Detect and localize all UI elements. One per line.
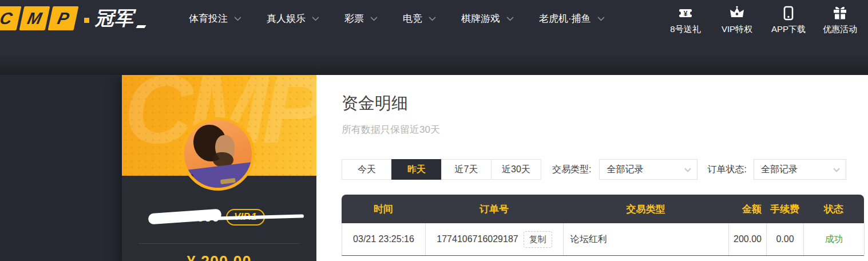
logo-tile: C [0, 6, 21, 30]
chevron-down-icon [429, 14, 436, 21]
quick-link-promotions[interactable]: 优惠活动 [819, 3, 861, 35]
chevron-down-icon [685, 165, 691, 172]
quick-link-app-download[interactable]: APP下载 [767, 3, 810, 35]
header-status: 状态 [803, 203, 864, 216]
menu-label: 棋牌游戏 [461, 12, 500, 25]
account-balance: ¥ 200.00 [122, 253, 316, 261]
transaction-type-label: 交易类型: [552, 164, 591, 176]
header-transaction-type: 交易类型 [563, 203, 728, 216]
avatar-art [220, 178, 236, 184]
quick-link-label: APP下载 [771, 24, 806, 35]
menu-label: 电竞 [403, 12, 422, 25]
quick-link-label: VIP特权 [722, 24, 752, 35]
copy-button[interactable]: 复制 [524, 231, 552, 248]
header-time: 时间 [342, 203, 425, 216]
cell-status: 成功 [804, 223, 865, 255]
menu-item-slots-fishing[interactable]: 老虎机·捕鱼 [539, 12, 604, 25]
chevron-down-icon [234, 14, 241, 21]
quick-link-label: 优惠活动 [823, 24, 857, 35]
crown-icon [729, 5, 745, 21]
page-title: 资金明细 [342, 92, 408, 115]
logo-dash-icon [136, 25, 146, 28]
svg-text:¥: ¥ [684, 10, 688, 18]
funds-table: 时间 订单号 交易类型 金额 手续费 状态 03/21 23:25:16 177… [342, 195, 864, 256]
quick-link-label: 8号送礼 [670, 24, 700, 35]
ticket-yen-icon: ¥ [677, 5, 693, 21]
cell-amount: 200.00 [729, 223, 767, 255]
divider [138, 243, 300, 244]
cell-transaction-type: 论坛红利 [564, 223, 729, 255]
filter-controls: 今天 昨天 近7天 近30天 交易类型: 全部记录 订单状态: 全部记录 [342, 159, 846, 180]
menu-item-board-games[interactable]: 棋牌游戏 [461, 12, 513, 25]
table-row: 03/21 23:25:16 1774106716029187 复制 论坛红利 … [342, 223, 864, 256]
header-order-no: 订单号 [425, 203, 563, 216]
gift-icon [832, 5, 848, 21]
main-menu: 体育投注 真人娱乐 彩票 电竞 棋牌游戏 老虎机·捕鱼 [189, 0, 604, 37]
brand-logo[interactable]: C M P 冠军 [0, 0, 145, 37]
avatar[interactable] [181, 117, 255, 191]
chevron-down-icon [833, 165, 839, 172]
quick-links: ¥ 8号送礼 VIP特权 APP下载 [664, 3, 861, 35]
menu-item-sports[interactable]: 体育投注 [189, 12, 240, 25]
quick-link-gift-day8[interactable]: ¥ 8号送礼 [664, 3, 707, 35]
cell-time: 03/21 23:25:16 [342, 223, 426, 255]
chevron-down-icon [312, 14, 319, 21]
menu-item-live-casino[interactable]: 真人娱乐 [267, 12, 318, 25]
brand-name: 冠军 [95, 6, 134, 31]
chevron-down-icon [506, 14, 514, 21]
menu-label: 真人娱乐 [267, 12, 306, 25]
menu-label: 老虎机·捕鱼 [539, 12, 591, 25]
cell-fee: 0.00 [767, 223, 804, 255]
logo-dot-icon [84, 18, 89, 23]
order-status-label: 订单状态: [707, 164, 746, 176]
header-amount: 金额 [728, 203, 766, 216]
selected-value: 全部记录 [607, 164, 643, 176]
cell-order-no: 1774106716029187 复制 [426, 223, 564, 255]
page-subtitle: 所有数据只保留近30天 [342, 123, 440, 136]
order-number: 1774106716029187 [437, 234, 518, 244]
header-fee: 手续费 [766, 203, 803, 216]
chevron-down-icon [597, 14, 605, 21]
chevron-down-icon [370, 14, 378, 21]
selected-value: 全部记录 [761, 164, 798, 176]
phone-icon [780, 5, 796, 21]
menu-item-lottery[interactable]: 彩票 [344, 12, 376, 25]
tab-yesterday[interactable]: 昨天 [391, 159, 442, 180]
tab-today[interactable]: 今天 [342, 159, 392, 180]
menu-label: 彩票 [344, 12, 364, 25]
logo-tile: P [48, 6, 79, 30]
logo-tile: M [19, 6, 50, 30]
order-status-select[interactable]: 全部记录 [754, 159, 846, 180]
table-header: 时间 订单号 交易类型 金额 手续费 状态 [342, 195, 864, 223]
quick-link-vip[interactable]: VIP特权 [716, 3, 758, 35]
user-profile-panel: CMP bc9090 VIP.1 ¥ 200.00 [122, 75, 316, 261]
menu-item-esports[interactable]: 电竞 [403, 12, 435, 25]
top-navbar: C M P 冠军 体育投注 真人娱乐 彩票 电竞 棋牌游戏 老虎机·捕鱼 ¥ 8… [0, 0, 868, 37]
tab-last-30-days[interactable]: 近30天 [491, 159, 541, 180]
content-area: 资金明细 所有数据只保留近30天 今天 昨天 近7天 近30天 交易类型: 全部… [316, 75, 868, 261]
menu-label: 体育投注 [189, 12, 228, 25]
transaction-type-select[interactable]: 全部记录 [599, 159, 697, 180]
tab-last-7-days[interactable]: 近7天 [441, 159, 492, 180]
